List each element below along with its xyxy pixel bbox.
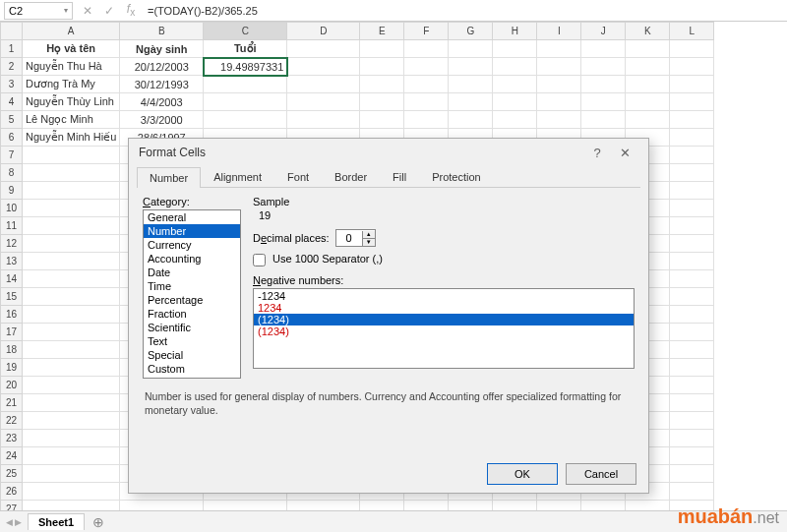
cell[interactable] — [581, 93, 626, 111]
cell[interactable] — [287, 111, 360, 129]
row-header[interactable]: 25 — [1, 465, 23, 483]
row-header[interactable]: 17 — [1, 324, 23, 341]
cell[interactable] — [23, 147, 120, 164]
thousand-separator-checkbox[interactable] — [253, 254, 266, 266]
column-header[interactable]: G — [449, 23, 493, 40]
cell[interactable] — [23, 217, 120, 235]
column-header[interactable]: L — [670, 23, 714, 40]
row-header[interactable]: 1 — [1, 40, 23, 58]
cell[interactable] — [360, 58, 404, 76]
column-header[interactable]: E — [360, 23, 404, 40]
dialog-tab-border[interactable]: Border — [322, 166, 380, 187]
cell[interactable] — [626, 58, 670, 76]
cell[interactable] — [581, 76, 626, 93]
row-header[interactable]: 27 — [1, 501, 23, 511]
row-header[interactable]: 26 — [1, 483, 23, 501]
cell[interactable] — [581, 501, 626, 511]
category-item[interactable]: Number — [144, 224, 240, 238]
cell[interactable] — [204, 501, 287, 511]
cell[interactable] — [670, 111, 714, 129]
cell[interactable] — [626, 501, 670, 511]
formula-input[interactable]: =(TODAY()-B2)/365.25 — [142, 5, 787, 17]
row-header[interactable]: 24 — [1, 447, 23, 465]
cell[interactable] — [404, 93, 449, 111]
category-item[interactable]: Text — [144, 334, 240, 348]
cell[interactable]: Nguyễn Minh Hiếu — [23, 129, 120, 147]
cell[interactable] — [670, 76, 714, 93]
cell[interactable] — [670, 235, 714, 253]
cell[interactable] — [670, 93, 714, 111]
cell[interactable] — [493, 76, 537, 93]
sheet-tab[interactable]: Sheet1 — [28, 513, 85, 530]
cell[interactable] — [626, 76, 670, 93]
cell[interactable] — [626, 40, 670, 58]
cell[interactable]: 30/12/1993 — [120, 76, 204, 93]
cell[interactable] — [23, 306, 120, 324]
row-header[interactable]: 5 — [1, 111, 23, 129]
cell[interactable] — [493, 501, 537, 511]
column-header[interactable]: J — [581, 23, 626, 40]
cell[interactable] — [537, 93, 581, 111]
column-header[interactable]: D — [287, 23, 360, 40]
cell[interactable] — [23, 182, 120, 200]
cell[interactable] — [670, 270, 714, 288]
category-item[interactable]: Percentage — [144, 293, 240, 307]
cell[interactable] — [670, 40, 714, 58]
row-header[interactable]: 15 — [1, 288, 23, 306]
cell[interactable] — [449, 58, 493, 76]
cell[interactable] — [537, 501, 581, 511]
cell[interactable] — [670, 182, 714, 200]
negative-format-item[interactable]: 1234 — [254, 302, 634, 314]
cell[interactable]: Ngày sinh — [120, 40, 204, 58]
dialog-tab-alignment[interactable]: Alignment — [201, 166, 274, 187]
cell[interactable] — [23, 394, 120, 412]
cell[interactable] — [670, 164, 714, 182]
row-header[interactable]: 6 — [1, 129, 23, 147]
decimal-places-stepper[interactable]: ▲▼ — [335, 229, 376, 247]
cell[interactable] — [670, 377, 714, 394]
cell[interactable] — [626, 111, 670, 129]
cell[interactable] — [537, 58, 581, 76]
category-item[interactable]: Date — [144, 266, 240, 279]
cell[interactable] — [670, 217, 714, 235]
row-header[interactable]: 7 — [1, 147, 23, 164]
cell[interactable] — [670, 129, 714, 147]
cell[interactable] — [23, 412, 120, 430]
cell[interactable] — [23, 359, 120, 377]
cell[interactable] — [23, 200, 120, 217]
cell[interactable] — [670, 430, 714, 447]
cell[interactable] — [404, 76, 449, 93]
cancel-button[interactable]: Cancel — [566, 463, 636, 485]
cell[interactable] — [449, 40, 493, 58]
cell[interactable]: 20/12/2003 — [120, 58, 204, 76]
column-header[interactable]: F — [404, 23, 449, 40]
cell[interactable] — [360, 40, 404, 58]
negative-format-item[interactable]: (1234) — [254, 314, 634, 325]
spin-up-icon[interactable]: ▲ — [363, 231, 375, 239]
cell[interactable] — [449, 111, 493, 129]
dialog-tab-font[interactable]: Font — [274, 166, 322, 187]
row-header[interactable]: 4 — [1, 93, 23, 111]
column-header[interactable]: B — [120, 23, 204, 40]
category-item[interactable]: General — [144, 210, 240, 224]
cell[interactable]: Nguyễn Thùy Linh — [23, 93, 120, 111]
cell[interactable] — [23, 324, 120, 341]
row-header[interactable]: 20 — [1, 377, 23, 394]
row-header[interactable]: 19 — [1, 359, 23, 377]
cell[interactable] — [449, 501, 493, 511]
cell[interactable] — [287, 76, 360, 93]
cell[interactable] — [670, 412, 714, 430]
cancel-formula-icon[interactable]: ✕ — [77, 4, 98, 18]
row-header[interactable]: 10 — [1, 200, 23, 217]
cell[interactable]: Lê Ngọc Minh — [23, 111, 120, 129]
row-header[interactable]: 14 — [1, 270, 23, 288]
category-item[interactable]: Special — [144, 348, 240, 362]
cell[interactable] — [449, 93, 493, 111]
cell[interactable] — [23, 483, 120, 501]
negative-format-item[interactable]: (1234) — [254, 325, 634, 337]
select-all-corner[interactable] — [1, 23, 23, 40]
help-icon[interactable]: ? — [583, 146, 611, 160]
cell[interactable] — [287, 93, 360, 111]
dialog-tab-protection[interactable]: Protection — [419, 166, 494, 187]
cell[interactable] — [360, 501, 404, 511]
